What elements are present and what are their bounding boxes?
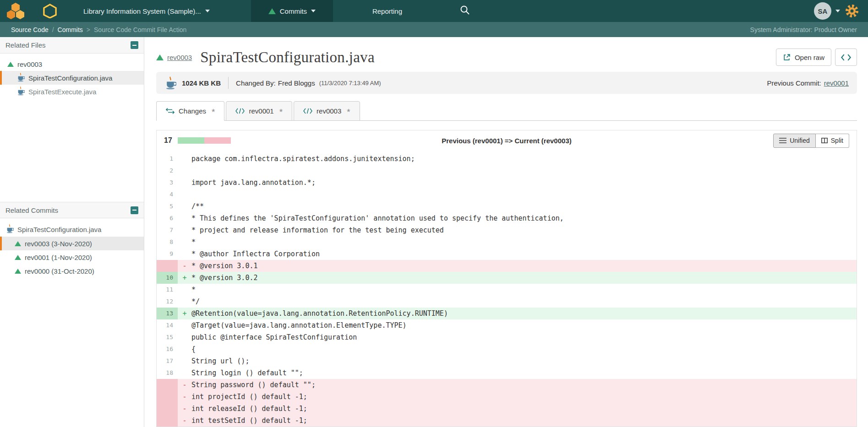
diff-marker — [178, 153, 191, 165]
navbar-right-cluster: SA — [814, 0, 868, 22]
diff-line: -int projectId () default -1; — [157, 391, 857, 403]
diff-marker — [178, 165, 191, 177]
code-text: * This defines the 'SpiraTestConfigurati… — [191, 212, 564, 224]
java-file-icon — [164, 76, 176, 90]
open-raw-button[interactable]: Open raw — [776, 49, 831, 66]
file-label: SpiraTestExecute.java — [28, 88, 96, 96]
tab-rev0001[interactable]: rev0001 * — [226, 101, 292, 121]
tree-item-commit-rev0003[interactable]: rev0003 (3-Nov-2020) — [0, 237, 144, 250]
tree-item-commit-rev0001[interactable]: rev0001 (1-Nov-2020) — [0, 250, 144, 264]
diff-line: 17String url (); — [157, 355, 857, 367]
diff-line: 9* @author Inflectra Corporation — [157, 248, 857, 260]
tab-changes[interactable]: Changes * — [156, 101, 224, 121]
commit-file-label: SpiraTestConfiguration.java — [17, 226, 101, 233]
reporting-link[interactable]: Reporting — [363, 0, 411, 22]
app-root: Library Information System (Sample)... C… — [0, 0, 868, 427]
breadcrumb-source-code[interactable]: Source Code — [11, 26, 49, 33]
diff-marker — [178, 212, 191, 224]
related-commits-tree: SpiraTestConfiguration.java rev0003 (3-N… — [0, 218, 144, 278]
previous-commit-link[interactable]: rev0001 — [824, 79, 849, 87]
code-text: /** — [191, 200, 204, 212]
top-navbar: Library Information System (Sample)... C… — [0, 0, 868, 22]
angle-brackets-icon — [841, 54, 851, 61]
diff-marker: - — [178, 415, 191, 427]
chevron-down-icon — [205, 10, 210, 12]
line-number: 2 — [157, 165, 178, 177]
code-text: * — [191, 284, 196, 296]
breadcrumb-current: Source Code Commit File Action — [94, 26, 186, 33]
revision-triangle-icon — [15, 241, 21, 246]
line-number: 5 — [157, 200, 178, 212]
split-view-button[interactable]: Split — [816, 134, 849, 148]
main-layout: Related Files rev0003 — [0, 37, 868, 427]
code-text: @Target(value=java.lang.annotation.Eleme… — [191, 319, 407, 331]
diff-marker — [178, 284, 191, 296]
java-file-icon — [5, 224, 14, 235]
tab-marker: * — [347, 107, 350, 117]
user-role-label: System Administrator: Product Owner — [750, 26, 857, 33]
code-text: package com.inflectra.spiratest.addons.j… — [191, 153, 415, 165]
code-text: * @author Inflectra Corporation — [191, 248, 320, 260]
tab-rev0003[interactable]: rev0003 * — [294, 101, 360, 121]
diff-marker: - — [178, 260, 191, 272]
tab-marker: * — [279, 107, 283, 117]
title-row: rev0003 SpiraTestConfiguration.java Open… — [156, 47, 857, 67]
diff-marker — [178, 200, 191, 212]
chevron-down-icon — [311, 10, 316, 12]
file-info-bar: 1024 KB KB Changed By: Fred Bloggs (11/3… — [156, 72, 857, 94]
search-button[interactable] — [453, 0, 476, 22]
diff-marker: - — [178, 391, 191, 403]
related-files-header: Related Files — [0, 37, 144, 54]
gear-icon[interactable] — [844, 3, 860, 19]
diff-line: 3import java.lang.annotation.*; — [157, 177, 857, 189]
collapse-related-commits-button[interactable] — [131, 206, 138, 214]
tree-item-commit-file[interactable]: SpiraTestConfiguration.java — [0, 222, 144, 237]
tree-item-file-spiratestconfiguration[interactable]: SpiraTestConfiguration.java — [0, 71, 144, 85]
diff-line: 6* This defines the 'SpiraTestConfigurat… — [157, 212, 857, 224]
stat-added-bar — [178, 137, 204, 144]
revision-link[interactable]: rev0003 — [156, 54, 192, 61]
product-hexagon-icon[interactable] — [43, 4, 57, 18]
code-text: @Retention(value=java.lang.annotation.Re… — [191, 308, 448, 319]
tree-item-file-spiratestexecute[interactable]: SpiraTestExecute.java — [0, 85, 144, 98]
related-files-title: Related Files — [5, 41, 46, 49]
diff-line: 2 — [157, 165, 857, 177]
diff-marker: + — [178, 308, 191, 319]
divider — [228, 77, 229, 89]
line-number: 10 — [157, 272, 178, 284]
diff-line: 1package com.inflectra.spiratest.addons.… — [157, 153, 857, 165]
swap-arrows-icon — [166, 108, 175, 114]
profile-chevron-icon[interactable] — [835, 10, 840, 12]
diff-line: -* @version 3.0.1 — [157, 260, 857, 272]
unified-view-button[interactable]: Unified — [773, 134, 816, 148]
tab-bar: Changes * rev0001 * — [156, 101, 857, 121]
java-file-icon — [16, 86, 25, 97]
commits-menu[interactable]: Commits — [251, 0, 333, 22]
commit-label: rev0001 (1-Nov-2020) — [25, 254, 92, 261]
collapse-related-files-button[interactable] — [131, 41, 138, 49]
changed-by-label: Changed By: — [236, 79, 276, 87]
inflectra-logo-icon[interactable] — [6, 2, 25, 20]
product-menu[interactable]: Library Information System (Sample)... — [74, 0, 219, 22]
breadcrumb-commits[interactable]: Commits — [58, 26, 83, 33]
view-code-button[interactable] — [835, 49, 857, 66]
avatar[interactable]: SA — [814, 2, 831, 20]
diff-marker — [178, 319, 191, 331]
revision-triangle-icon — [15, 255, 21, 260]
tab-label: rev0001 — [249, 107, 273, 115]
line-number — [157, 391, 178, 403]
diff-line: 12*/ — [157, 296, 857, 308]
code-text: * — [191, 236, 196, 248]
line-number: 14 — [157, 319, 178, 331]
code-text: import java.lang.annotation.*; — [191, 177, 316, 189]
line-number: 6 — [157, 212, 178, 224]
commit-label: rev0003 (3-Nov-2020) — [25, 240, 92, 248]
diff-marker: - — [178, 379, 191, 391]
tree-item-commit-rev0000[interactable]: rev0000 (31-Oct-2020) — [0, 264, 144, 278]
diff-line: 14@Target(value=java.lang.annotation.Ele… — [157, 319, 857, 331]
diff-marker — [178, 236, 191, 248]
revision-triangle-icon — [156, 54, 164, 60]
diff-header: 17 Previous (rev0001) => Current (rev000… — [157, 130, 857, 151]
revision-triangle-icon — [7, 62, 14, 67]
tree-item-rev0003[interactable]: rev0003 — [0, 57, 144, 71]
